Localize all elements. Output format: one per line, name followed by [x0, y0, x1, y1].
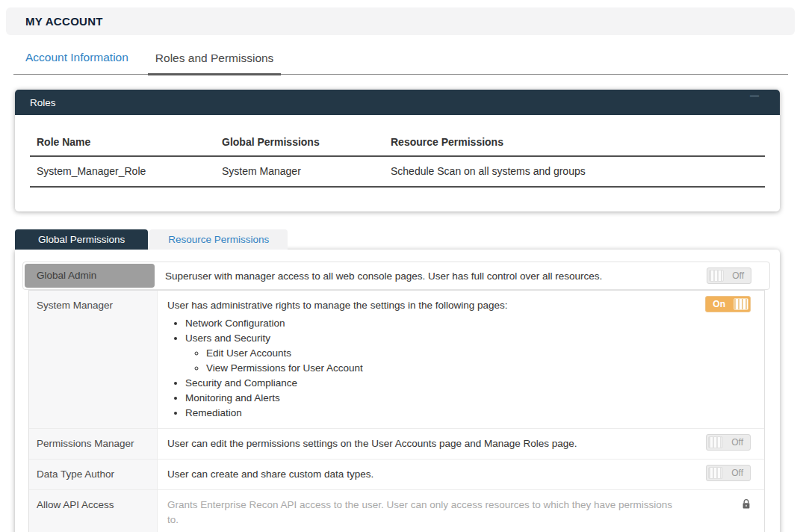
permission-name-global-admin[interactable]: Global Admin — [25, 264, 155, 288]
toggle-column: Off — [692, 429, 764, 459]
toggle-column — [692, 490, 764, 532]
permission-description-system-manager: User has administrative rights to manage… — [158, 291, 692, 428]
permission-row-allow-api-access: Allow API Access Grants Enterprise Recon… — [29, 489, 764, 532]
roles-table: Role Name Global Permissions Resource Pe… — [30, 130, 765, 188]
roles-panel-body: Role Name Global Permissions Resource Pe… — [15, 115, 780, 211]
toggle-global-admin[interactable]: Off — [707, 267, 751, 284]
column-header-resource-permissions: Resource Permissions — [384, 130, 765, 156]
bullet-item: Users and Security Edit User Accounts Vi… — [185, 331, 685, 376]
permission-name-permissions-manager[interactable]: Permissions Manager — [29, 429, 158, 459]
collapse-icon[interactable]: — — [750, 90, 759, 101]
permission-description-permissions-manager: User can edit the permissions settings o… — [158, 429, 692, 459]
global-permissions-panel: Global Admin Superuser with manager acce… — [15, 250, 780, 532]
permission-row-data-type-author: Data Type Author User can create and sha… — [29, 459, 764, 489]
tab-resource-permissions[interactable]: Resource Permissions — [149, 229, 288, 250]
permissions-tabs: Global Permissions Resource Permissions — [15, 229, 800, 250]
toggle-label: On — [706, 297, 732, 312]
permission-description-global-admin: Superuser with manager access to all web… — [155, 270, 707, 282]
permission-name-system-manager[interactable]: System Manager — [29, 291, 158, 428]
page-header: MY ACCOUNT — [6, 7, 795, 35]
permission-sub-bullet-list: Edit User Accounts View Permissions for … — [185, 346, 685, 376]
permission-row-global-admin: Global Admin Superuser with manager acce… — [22, 262, 770, 290]
column-header-global-permissions: Global Permissions — [215, 130, 384, 156]
my-account-page: MY ACCOUNT Account Information Roles and… — [0, 7, 800, 532]
toggle-column: On — [692, 291, 764, 428]
bullet-item: Network Configuration — [185, 316, 685, 331]
cell-resource-permissions: Schedule Scan on all systems and groups — [384, 156, 765, 187]
toggle-grip-icon — [709, 270, 724, 282]
toggle-column: Off — [707, 267, 768, 285]
toggle-column: Off — [692, 460, 764, 489]
toggle-grip-icon — [708, 436, 723, 448]
permissions-rows: System Manager User has administrative r… — [28, 290, 765, 532]
bullet-item: Security and Compliance — [185, 376, 685, 391]
permission-bullet-list: Network Configuration Users and Security… — [167, 316, 685, 421]
toggle-grip-icon — [708, 467, 723, 479]
permission-name-allow-api-access[interactable]: Allow API Access — [29, 490, 158, 532]
bullet-item-label: Users and Security — [185, 332, 270, 344]
sub-bullet-item: View Permissions for User Account — [206, 361, 685, 376]
tab-roles-and-permissions[interactable]: Roles and Permissions — [148, 52, 282, 75]
column-header-role-name: Role Name — [30, 130, 215, 156]
roles-panel-title: Roles — [30, 97, 56, 108]
roles-panel: Roles — Role Name Global Permissions Res… — [15, 90, 780, 211]
cell-global-permissions: System Manager — [215, 156, 384, 187]
lock-icon — [742, 495, 751, 510]
permission-row-system-manager: System Manager User has administrative r… — [29, 291, 764, 428]
sub-bullet-item: Edit User Accounts — [206, 346, 685, 361]
description-intro: User has administrative rights to manage… — [167, 298, 685, 313]
toggle-label: Off — [725, 268, 751, 283]
permission-description-allow-api-access: Grants Enterprise Recon API access to th… — [158, 490, 692, 532]
page-title: MY ACCOUNT — [25, 15, 103, 28]
main-tabs: Account Information Roles and Permission… — [13, 51, 788, 75]
toggle-system-manager[interactable]: On — [705, 296, 751, 312]
toggle-permissions-manager[interactable]: Off — [706, 434, 751, 451]
toggle-label: Off — [725, 435, 750, 450]
cell-role-name: System_Manager_Role — [30, 156, 215, 187]
roles-table-header-row: Role Name Global Permissions Resource Pe… — [30, 130, 765, 156]
bullet-item: Remediation — [185, 406, 685, 421]
permission-description-data-type-author: User can create and share custom data ty… — [158, 460, 692, 489]
tab-account-information[interactable]: Account Information — [25, 51, 128, 74]
permission-row-permissions-manager: Permissions Manager User can edit the pe… — [29, 428, 764, 459]
table-row[interactable]: System_Manager_Role System Manager Sched… — [30, 156, 765, 187]
permission-name-data-type-author[interactable]: Data Type Author — [29, 460, 158, 489]
toggle-grip-icon — [734, 298, 748, 310]
toggle-label: Off — [725, 466, 750, 480]
bullet-item: Monitoring and Alerts — [185, 391, 685, 406]
toggle-data-type-author[interactable]: Off — [706, 465, 751, 481]
tab-global-permissions[interactable]: Global Permissions — [15, 229, 148, 250]
roles-panel-header: Roles — — [15, 90, 780, 115]
